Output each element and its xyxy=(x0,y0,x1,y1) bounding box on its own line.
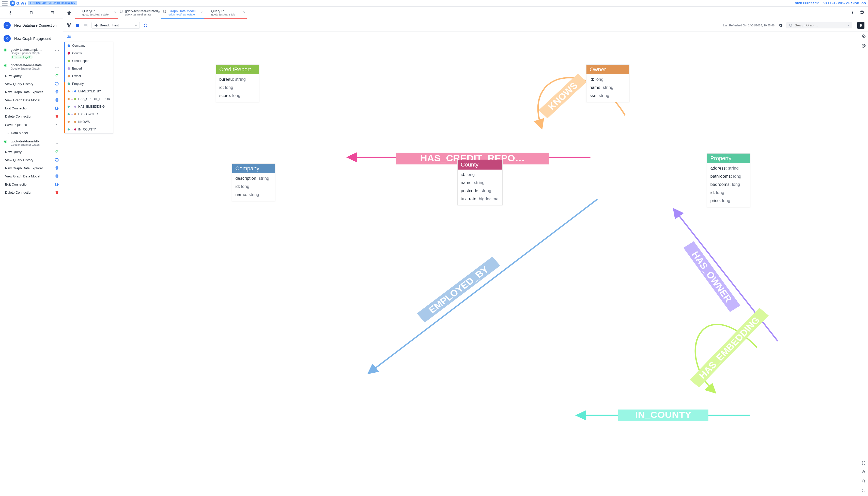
legend-node-item[interactable]: Company xyxy=(64,42,113,49)
legend-edge-item[interactable]: → HAS_CREDIT_REPORT xyxy=(64,95,113,103)
connection-action-item[interactable]: New Graph Data Explorer xyxy=(0,88,63,96)
image-view-icon[interactable] xyxy=(83,23,88,28)
new-database-connection-button[interactable]: New Database Connection xyxy=(0,19,63,32)
graph-canvas[interactable]: CompanyCountyCreditReportEmbedOwnerPrope… xyxy=(63,31,868,496)
fullscreen-icon[interactable] xyxy=(862,461,866,466)
legend-dot-icon xyxy=(68,67,70,70)
connection-item[interactable]: gdotv-test/real-estate Google Spanner Gr… xyxy=(0,61,63,72)
connection-action-item[interactable]: New Query xyxy=(0,72,63,80)
svg-point-11 xyxy=(852,11,853,12)
legend-node-item[interactable]: Property xyxy=(64,80,113,88)
clipboard-icon[interactable] xyxy=(21,6,42,18)
locate-icon[interactable] xyxy=(862,34,866,40)
connection-action-item[interactable]: Saved Queries﹀ xyxy=(0,120,63,129)
zoom-out-icon[interactable] xyxy=(862,479,866,484)
pin-icon[interactable] xyxy=(0,6,21,18)
legend-node-item[interactable]: County xyxy=(64,49,113,57)
calendar-icon[interactable] xyxy=(42,6,63,18)
graph-node-county[interactable]: Countyid: longname: stringpostcode: stri… xyxy=(458,160,503,205)
graph-node-owner[interactable]: Ownerid: longname: stringssn: string xyxy=(586,64,629,102)
search-input[interactable]: ▾ xyxy=(786,22,852,28)
new-playground-label: New Graph Playground xyxy=(14,36,51,41)
tab-subtitle: gdotv-test/transitdb xyxy=(211,13,243,16)
new-graph-playground-button[interactable]: New Graph Playground xyxy=(0,32,63,45)
legend-node-item[interactable]: Owner xyxy=(64,72,113,80)
svg-point-23 xyxy=(96,24,97,25)
menu-icon[interactable] xyxy=(2,1,8,5)
legend-node-item[interactable]: Embed xyxy=(64,65,113,72)
close-icon[interactable]: × xyxy=(158,10,160,14)
fit-icon[interactable] xyxy=(862,489,866,494)
connection-item[interactable]: gdotv-test/transitdb Google Spanner Grap… xyxy=(0,137,63,148)
logo-text[interactable]: G.V() xyxy=(16,1,26,5)
chevron-up-icon[interactable]: ︿ xyxy=(55,64,59,69)
connection-action-item[interactable]: Edit Connection xyxy=(0,180,63,188)
legend-edge-item[interactable]: → HAS_OWNER xyxy=(64,110,113,118)
node-view-icon[interactable] xyxy=(66,23,72,28)
home-tab[interactable] xyxy=(63,6,75,19)
chevron-down-icon: ▾ xyxy=(848,24,850,27)
give-feedback-link[interactable]: GIVE FEEDBACK xyxy=(795,2,819,5)
action-label: View Graph Data Model xyxy=(5,174,40,178)
close-icon[interactable]: × xyxy=(243,10,245,14)
connection-action-item[interactable]: View Graph Data Model xyxy=(0,172,63,180)
chevron-up-icon[interactable]: ︿ xyxy=(55,140,59,146)
node-property: ssn: string xyxy=(589,92,626,100)
node-property: name: string xyxy=(235,191,272,199)
connection-title: gdotv-test/example… xyxy=(11,48,54,51)
node-property: bedrooms: long xyxy=(710,181,747,189)
search-field[interactable] xyxy=(795,24,846,27)
version-link[interactable]: V3.21.42 - VIEW CHANGE LOG xyxy=(824,2,866,5)
graph-node-credit_report[interactable]: CreditReportbureau: stringid: longscore:… xyxy=(216,64,259,102)
legend-dot-icon xyxy=(68,106,70,108)
graph-node-company[interactable]: Companydescription: stringid: longname: … xyxy=(232,164,275,201)
connection-action-item[interactable]: New Graph Data Explorer xyxy=(0,164,63,172)
connection-action-item[interactable]: Delete Connection xyxy=(0,112,63,120)
connection-action-item[interactable]: View Query History xyxy=(0,80,63,88)
svg-point-9 xyxy=(120,10,122,11)
graph-settings-icon[interactable] xyxy=(778,23,783,28)
legend-edge-item[interactable]: → EMPLOYED_BY xyxy=(64,88,113,95)
zoom-in-icon[interactable] xyxy=(862,470,866,475)
connection-action-item[interactable]: Edit Connection xyxy=(0,104,63,112)
graph-node-property[interactable]: Propertyaddress: stringbathrooms: longbe… xyxy=(707,153,750,207)
tab[interactable]: gdotv-test/real-estate0 gdotv-test/real-… xyxy=(118,6,161,19)
legend-edge-item[interactable]: → IN_COUNTY xyxy=(64,126,113,133)
refresh-icon[interactable] xyxy=(143,23,148,28)
settings-icon[interactable] xyxy=(859,10,865,16)
node-property: name: string xyxy=(461,179,499,187)
tab[interactable]: Query0 * gdotv-test/real-estate × xyxy=(75,6,118,19)
chevron-down-icon[interactable]: ﹀ xyxy=(55,49,59,54)
legend-edge-item[interactable]: → KNOWS xyxy=(64,118,113,126)
logo-icon[interactable]: ✱ xyxy=(10,0,15,6)
table-view-icon[interactable] xyxy=(75,23,80,28)
legend-dot-icon xyxy=(68,52,70,55)
db-icon xyxy=(55,98,59,102)
connection-item[interactable]: gdotv-test/example… Google Spanner Graph… xyxy=(0,45,63,61)
connection-action-item[interactable]: Delete Connection xyxy=(0,188,63,197)
tab-title: Query0 * xyxy=(82,9,114,13)
legend-dot-icon xyxy=(74,128,76,130)
svg-point-13 xyxy=(852,13,853,14)
close-icon[interactable]: × xyxy=(114,10,116,14)
svg-text:KNOWS: KNOWS xyxy=(546,80,580,112)
connection-action-item[interactable]: ▸Data Model xyxy=(0,129,63,137)
tab[interactable]: Query1 * gdotv-test/transitdb × xyxy=(204,6,247,19)
connection-action-item[interactable]: View Query History xyxy=(0,156,63,164)
mouse-mode-icon[interactable] xyxy=(857,22,865,29)
legend-toggle-icon[interactable] xyxy=(66,34,71,40)
more-icon[interactable] xyxy=(850,10,855,16)
palette-icon[interactable] xyxy=(862,44,866,49)
topbar: ✱ G.V() LICENSE ACTIVE UNTIL 06/02/2025 … xyxy=(0,0,868,6)
tab[interactable]: Graph Data Model gdotv-test/real-estate … xyxy=(161,6,204,19)
close-icon[interactable]: × xyxy=(200,10,203,14)
arrow-icon: → xyxy=(71,98,73,100)
legend-edge-item[interactable]: → HAS_EMBEDDING xyxy=(64,103,113,110)
tab-icon xyxy=(163,10,166,14)
layout-select[interactable]: Breadth First ▾ xyxy=(91,22,140,29)
gear-icon xyxy=(3,35,11,42)
connection-action-item[interactable]: View Graph Data Model xyxy=(0,96,63,104)
connection-subtitle: Google Spanner Graph xyxy=(11,143,54,146)
connection-action-item[interactable]: New Query xyxy=(0,148,63,156)
legend-node-item[interactable]: CreditReport xyxy=(64,57,113,65)
